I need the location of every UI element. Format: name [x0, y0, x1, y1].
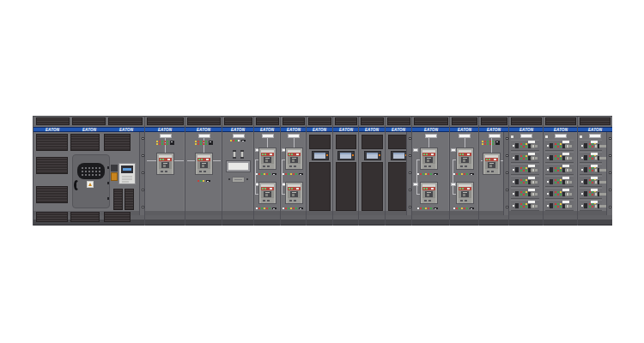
indicator-light [230, 140, 232, 141]
indicator-light [425, 208, 427, 209]
indicator-light [589, 158, 591, 159]
hinge-strip [606, 132, 612, 215]
indicator-light [523, 191, 525, 193]
screen-header [367, 153, 378, 154]
breaker-green-button [289, 188, 290, 190]
section-distribution-panel-2: EATON [543, 116, 577, 226]
meter-face [228, 163, 248, 170]
mimic-line [416, 159, 417, 194]
breaker-rating-tag [431, 153, 434, 155]
feeder-row [511, 152, 539, 163]
indicator-light [526, 158, 527, 159]
indicator-light [195, 141, 197, 142]
breaker-base-mark [491, 171, 494, 172]
breaker-base-mark [165, 171, 167, 172]
breaker-rating-tag [270, 153, 272, 155]
indicator-light [195, 143, 197, 145]
base-edge [509, 225, 544, 226]
connector-dot [88, 171, 90, 172]
handle-tip [532, 192, 535, 196]
indicator-pill [170, 141, 174, 145]
indicator-light [555, 143, 556, 145]
unit-block [584, 143, 587, 148]
aux-device [111, 165, 118, 172]
indicator-light [523, 170, 525, 172]
indicator-light [526, 143, 527, 145]
feeder-row [580, 140, 602, 151]
connector-dot [99, 174, 100, 176]
indicator-light [523, 143, 525, 145]
indicator-light [288, 208, 289, 209]
handle-tip [532, 168, 535, 172]
unit-dot [513, 193, 514, 195]
feeder-row [580, 188, 602, 199]
indicator-light [557, 194, 559, 196]
unit-label [528, 153, 535, 155]
connector-dot [95, 174, 97, 176]
feeder-row [580, 176, 602, 187]
indicator-light [523, 158, 525, 159]
section-breaker-stack-3: EATON [411, 116, 449, 226]
eaton-logo: EATON [365, 128, 379, 132]
feeder-row [545, 188, 574, 199]
indicator-light [592, 179, 593, 181]
breaker-unit [285, 182, 303, 204]
roof-vent [580, 117, 611, 125]
breaker-unit [195, 153, 213, 175]
feeder-row [511, 176, 539, 187]
indicator-light [592, 167, 593, 169]
breaker-green-button [459, 153, 461, 155]
indicator-light [523, 182, 525, 184]
unit-dot [581, 193, 583, 195]
breaker-unit [420, 147, 438, 170]
brand-band: EATON [222, 127, 254, 132]
unit-dot [547, 193, 549, 195]
handle-shaft [599, 181, 606, 184]
eaton-logo: EATON [46, 128, 59, 132]
section-breaker-stack-1: EATON [253, 116, 280, 226]
indicator-light [484, 143, 486, 145]
indicator-light [560, 206, 562, 208]
indicator-light [159, 143, 161, 145]
eaton-logo: EATON [260, 128, 274, 132]
indicator-light [466, 208, 468, 209]
roof-vent [147, 117, 184, 125]
indicator-light [464, 208, 465, 209]
side-dot [246, 178, 248, 180]
roof-vent [414, 117, 448, 125]
feeder-row [511, 200, 539, 211]
brand-band: EATONEATONEATON [33, 127, 145, 132]
eaton-logo: EATON [287, 128, 301, 132]
feeder-row [545, 164, 574, 175]
breaker-base-mark [161, 171, 163, 172]
indicator-light [420, 173, 422, 175]
unit-label [591, 201, 598, 203]
breaker-window-mark [463, 192, 467, 193]
vent-grille [70, 212, 100, 222]
unit-block [515, 191, 519, 196]
hmi-screen-bar [123, 168, 131, 171]
indicator-light [422, 208, 424, 209]
handle-tip [532, 204, 535, 208]
handle-tip [532, 144, 535, 148]
indicator-pill [299, 208, 303, 209]
base-edge [412, 225, 450, 226]
indicator-light [167, 141, 168, 142]
base-edge [185, 225, 222, 226]
brand-band: EATON [359, 127, 386, 132]
eaton-logo: EATON [458, 128, 471, 132]
breaker-window-mark [292, 158, 296, 159]
breaker-window-mark [463, 194, 465, 196]
breaker-green-button [486, 159, 488, 160]
indicator-light [592, 146, 593, 147]
indicator-light [526, 179, 527, 181]
connector-dot [92, 174, 94, 176]
indicator-light [589, 179, 591, 181]
breaker-base-mark [289, 165, 292, 167]
pill-dot [434, 208, 436, 209]
warning-label [87, 181, 94, 188]
hmi-keypad-line [122, 181, 129, 183]
indicator-light [520, 182, 522, 184]
eaton-logo: EATON [519, 128, 533, 132]
indicator-light [589, 167, 591, 169]
